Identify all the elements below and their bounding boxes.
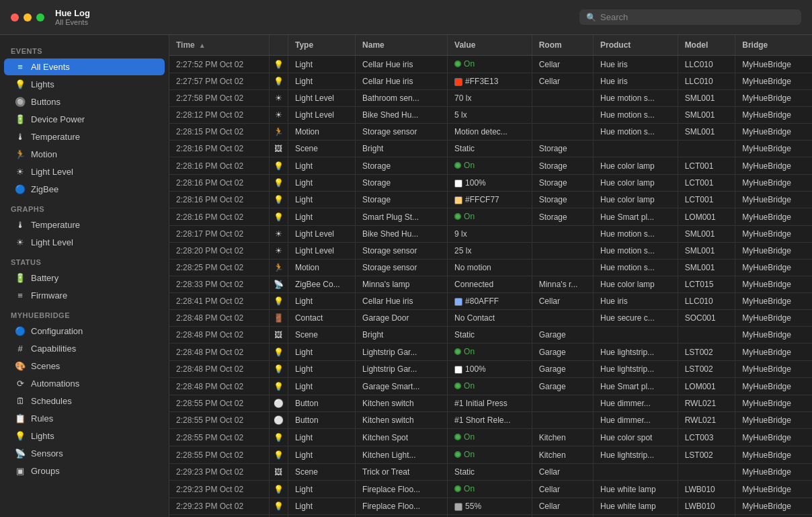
sidebar-item-status-1[interactable]: ≡ Firmware: [4, 287, 165, 304]
th-product[interactable]: Product: [594, 35, 678, 56]
cell-value: 100%: [448, 361, 532, 378]
table-row[interactable]: 2:28:55 PM Oct 02 ⚪ Button Kitchen switc…: [169, 412, 812, 429]
search-input[interactable]: [600, 12, 795, 22]
table-row[interactable]: 2:28:12 PM Oct 02 ☀ Light Level Bike She…: [169, 107, 812, 124]
table-row[interactable]: 2:28:17 PM Oct 02 ☀ Light Level Bike She…: [169, 226, 812, 243]
cell-bridge: MyHueBridge: [735, 192, 812, 208]
cell-name: Storage: [356, 157, 448, 175]
sidebar-icon-bridge-8: ▣: [15, 466, 26, 476]
sidebar-item-bridge-7[interactable]: 📡 Sensors: [4, 445, 165, 462]
cell-icon: 💡: [269, 361, 288, 378]
th-model[interactable]: Model: [678, 35, 735, 56]
sidebar-item-bridge-0[interactable]: 🔵 Configuration: [4, 323, 165, 340]
search-bar[interactable]: 🔍: [579, 9, 801, 25]
cell-bridge: MyHueBridge: [735, 498, 812, 515]
cell-room: [532, 310, 593, 327]
cell-room: [532, 260, 593, 276]
table-row[interactable]: 2:28:16 PM Oct 02 💡 Light Storage #FFCF7…: [169, 192, 812, 208]
sidebar-item-events-5[interactable]: 🏃 Motion: [4, 146, 165, 163]
cell-name: Storage: [356, 175, 448, 192]
th-bridge[interactable]: Bridge: [735, 35, 812, 56]
cell-model: SML001: [678, 226, 735, 243]
sidebar-item-bridge-6[interactable]: 💡 Lights: [4, 428, 165, 444]
sidebar-item-events-2[interactable]: 🔘 Buttons: [4, 93, 165, 110]
table-row[interactable]: 2:29:23 PM Oct 02 💡 Light Cellar Hue iri…: [169, 515, 812, 518]
table-row[interactable]: 2:28:55 PM Oct 02 ⚪ Button Kitchen switc…: [169, 395, 812, 412]
sidebar-item-events-6[interactable]: ☀ Light Level: [4, 163, 165, 180]
sidebar-item-bridge-3[interactable]: ⟳ Automations: [4, 375, 165, 392]
cell-time: 2:28:25 PM Oct 02: [169, 260, 269, 276]
events-table-container[interactable]: Time ▲ Type Name Value Room Product Mode…: [169, 35, 812, 517]
table-row[interactable]: 2:28:55 PM Oct 02 💡 Light Kitchen Light.…: [169, 446, 812, 464]
cell-name: Fireplace Floo...: [356, 498, 448, 515]
cell-name: Storage sensor: [356, 260, 448, 276]
close-button[interactable]: [11, 13, 19, 22]
table-row[interactable]: 2:27:58 PM Oct 02 ☀ Light Level Bathroom…: [169, 90, 812, 107]
th-room[interactable]: Room: [532, 35, 593, 56]
table-row[interactable]: 2:27:57 PM Oct 02 💡 Light Cellar Hue iri…: [169, 73, 812, 90]
table-row[interactable]: 2:28:20 PM Oct 02 ☀ Light Level Storage …: [169, 243, 812, 260]
sidebar-label-bridge-0: Configuration: [31, 326, 154, 336]
cell-bridge: MyHueBridge: [735, 464, 812, 481]
table-row[interactable]: 2:28:48 PM Oct 02 💡 Light Lightstrip Gar…: [169, 344, 812, 361]
table-row[interactable]: 2:29:23 PM Oct 02 🖼 Scene Trick or Treat…: [169, 464, 812, 481]
table-row[interactable]: 2:28:16 PM Oct 02 💡 Light Storage On Sto…: [169, 157, 812, 175]
sidebar-item-bridge-5[interactable]: 📋 Rules: [4, 410, 165, 427]
sidebar-label-events-5: Motion: [31, 149, 154, 159]
table-row[interactable]: 2:28:48 PM Oct 02 💡 Light Garage Smart..…: [169, 378, 812, 395]
table-row[interactable]: 2:28:55 PM Oct 02 💡 Light Kitchen Spot O…: [169, 429, 812, 446]
th-name[interactable]: Name: [356, 35, 448, 56]
cell-value: 70 lx: [448, 90, 532, 107]
sidebar-item-events-0[interactable]: ≡ All Events: [4, 58, 165, 75]
table-row[interactable]: 2:28:48 PM Oct 02 🖼 Scene Bright Static …: [169, 327, 812, 344]
sidebar-item-bridge-2[interactable]: 🎨 Scenes: [4, 358, 165, 374]
th-time[interactable]: Time ▲: [169, 35, 269, 56]
cell-model: SML001: [678, 107, 735, 124]
sidebar-label-bridge-2: Scenes: [31, 361, 154, 371]
sidebar-item-bridge-1[interactable]: # Capabilities: [4, 340, 165, 357]
cell-name: Garage Door: [356, 310, 448, 327]
cell-time: 2:28:55 PM Oct 02: [169, 446, 269, 464]
cell-model: LCT003: [678, 429, 735, 446]
cell-model: [678, 327, 735, 344]
sidebar-icon-events-6: ☀: [15, 167, 26, 177]
minimize-button[interactable]: [24, 13, 32, 22]
table-row[interactable]: 2:29:23 PM Oct 02 💡 Light Fireplace Floo…: [169, 498, 812, 515]
sidebar-item-graphs-1[interactable]: ☀ Light Level: [4, 234, 165, 251]
cell-product: Hue color lamp: [594, 276, 678, 293]
table-row[interactable]: 2:28:33 PM Oct 02 📡 ZigBee Co... Minna's…: [169, 276, 812, 293]
table-header-row: Time ▲ Type Name Value Room Product Mode…: [169, 35, 812, 56]
value-text: Static: [454, 467, 475, 477]
table-row[interactable]: 2:28:48 PM Oct 02 💡 Light Lightstrip Gar…: [169, 361, 812, 378]
cell-time: 2:28:55 PM Oct 02: [169, 395, 269, 412]
cell-icon: 🖼: [269, 327, 288, 344]
table-row[interactable]: 2:28:15 PM Oct 02 🏃 Motion Storage senso…: [169, 124, 812, 141]
cell-model: LWB010: [678, 481, 735, 498]
table-row[interactable]: 2:28:16 PM Oct 02 🖼 Scene Bright Static …: [169, 141, 812, 157]
sidebar-item-events-4[interactable]: 🌡 Temperature: [4, 128, 165, 145]
sidebar-item-bridge-4[interactable]: 🗓 Schedules: [4, 393, 165, 409]
sidebar-item-status-0[interactable]: 🔋 Battery: [4, 270, 165, 286]
table-row[interactable]: 2:28:25 PM Oct 02 🏃 Motion Storage senso…: [169, 260, 812, 276]
th-type[interactable]: Type: [288, 35, 355, 56]
sidebar-item-graphs-0[interactable]: 🌡 Temperature: [4, 216, 165, 233]
value-swatch: #FF3E13: [454, 77, 498, 86]
sidebar-item-events-3[interactable]: 🔋 Device Power: [4, 111, 165, 128]
cell-value: #80AFFF: [448, 293, 532, 310]
cell-room: [532, 90, 593, 107]
table-row[interactable]: 2:28:41 PM Oct 02 💡 Light Cellar Hue iri…: [169, 293, 812, 310]
table-row[interactable]: 2:29:23 PM Oct 02 💡 Light Fireplace Floo…: [169, 481, 812, 498]
maximize-button[interactable]: [36, 13, 44, 22]
table-row[interactable]: 2:28:16 PM Oct 02 💡 Light Smart Plug St.…: [169, 208, 812, 226]
cell-value: On: [448, 56, 532, 73]
cell-room: Storage: [532, 141, 593, 157]
sidebar-item-events-1[interactable]: 💡 Lights: [4, 76, 165, 93]
table-row[interactable]: 2:27:52 PM Oct 02 💡 Light Cellar Hue iri…: [169, 56, 812, 73]
th-value[interactable]: Value: [448, 35, 532, 56]
cell-type: Light: [288, 361, 355, 378]
table-row[interactable]: 2:28:48 PM Oct 02 🚪 Contact Garage Door …: [169, 310, 812, 327]
sidebar-item-bridge-8[interactable]: ▣ Groups: [4, 463, 165, 479]
sidebar-item-events-7[interactable]: 🔵 ZigBee: [4, 181, 165, 198]
table-row[interactable]: 2:28:16 PM Oct 02 💡 Light Storage 100% S…: [169, 175, 812, 192]
cell-model: [678, 141, 735, 157]
